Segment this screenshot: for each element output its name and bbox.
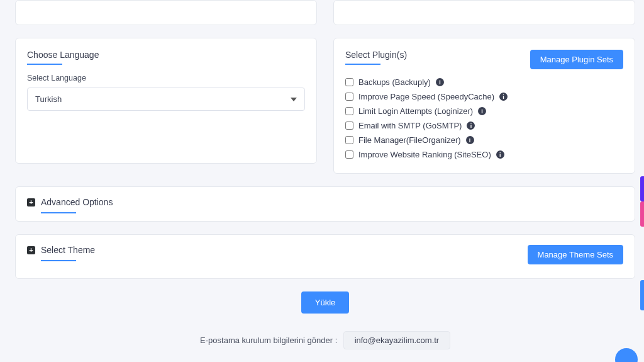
plugin-item[interactable]: Backups (Backuply) i: [345, 75, 623, 89]
plugin-checkbox[interactable]: [345, 150, 353, 159]
plugin-checkbox[interactable]: [345, 93, 353, 101]
advanced-options-title: Advanced Options: [41, 197, 113, 207]
plugin-label: Limit Login Attempts (Loginizer): [358, 106, 473, 116]
manage-plugin-sets-button[interactable]: Manage Plugin Sets: [530, 50, 623, 69]
plugin-checkbox-list: Backups (Backuply) i Improve Page Speed …: [345, 75, 623, 162]
email-input[interactable]: [343, 331, 450, 349]
plugin-label: File Manager(FileOrganizer): [358, 135, 461, 145]
info-icon[interactable]: i: [436, 78, 444, 86]
choose-language-card: Choose Language Select Language Turkish: [15, 38, 317, 164]
plugin-label: Improve Page Speed (SpeedyCache): [358, 92, 494, 101]
select-theme-title: Select Theme: [41, 245, 95, 255]
select-theme-toggle[interactable]: + Select Theme: [27, 245, 95, 255]
upper-card-stub-left: [15, 0, 317, 25]
plus-icon: +: [27, 246, 35, 254]
plugin-checkbox[interactable]: [345, 136, 353, 144]
email-row: E-postama kurulum bilgilerini gönder :: [15, 331, 635, 349]
plugin-item[interactable]: Limit Login Attempts (Loginizer) i: [345, 104, 623, 118]
select-plugins-title: Select Plugin(s): [345, 50, 407, 60]
plugin-checkbox[interactable]: [345, 107, 353, 115]
upper-card-stub-right: [333, 0, 635, 25]
plugin-checkbox[interactable]: [345, 122, 353, 130]
side-accent: [640, 176, 644, 201]
plugin-item[interactable]: Improve Page Speed (SpeedyCache) i: [345, 89, 623, 104]
language-select[interactable]: Turkish: [27, 88, 305, 111]
info-icon[interactable]: i: [467, 122, 475, 130]
plugin-label: Backups (Backuply): [358, 77, 431, 87]
info-icon[interactable]: i: [496, 150, 504, 159]
side-accent: [640, 201, 644, 227]
plugin-checkbox[interactable]: [345, 78, 353, 86]
plugin-item[interactable]: Email with SMTP (GoSMTP) i: [345, 118, 623, 133]
plus-icon: +: [27, 198, 35, 206]
info-icon[interactable]: i: [478, 107, 486, 115]
email-label: E-postama kurulum bilgilerini gönder :: [200, 336, 337, 345]
advanced-options-card: + Advanced Options: [15, 186, 635, 222]
info-icon[interactable]: i: [466, 136, 474, 144]
select-plugins-card: Select Plugin(s) Manage Plugin Sets Back…: [333, 38, 635, 174]
advanced-options-toggle[interactable]: + Advanced Options: [27, 197, 113, 207]
install-button[interactable]: Yükle: [301, 291, 350, 314]
select-language-label: Select Language: [27, 74, 305, 82]
plugin-item[interactable]: File Manager(FileOrganizer) i: [345, 133, 623, 147]
manage-theme-sets-button[interactable]: Manage Theme Sets: [528, 245, 623, 264]
plugin-label: Email with SMTP (GoSMTP): [358, 121, 462, 130]
info-icon[interactable]: i: [499, 93, 508, 101]
select-theme-card: + Select Theme Manage Theme Sets: [15, 234, 635, 279]
plugin-label: Improve Website Ranking (SiteSEO): [358, 150, 491, 159]
choose-language-title: Choose Language: [27, 50, 305, 60]
plugin-item[interactable]: Improve Website Ranking (SiteSEO) i: [345, 147, 623, 162]
side-accent: [640, 280, 644, 310]
